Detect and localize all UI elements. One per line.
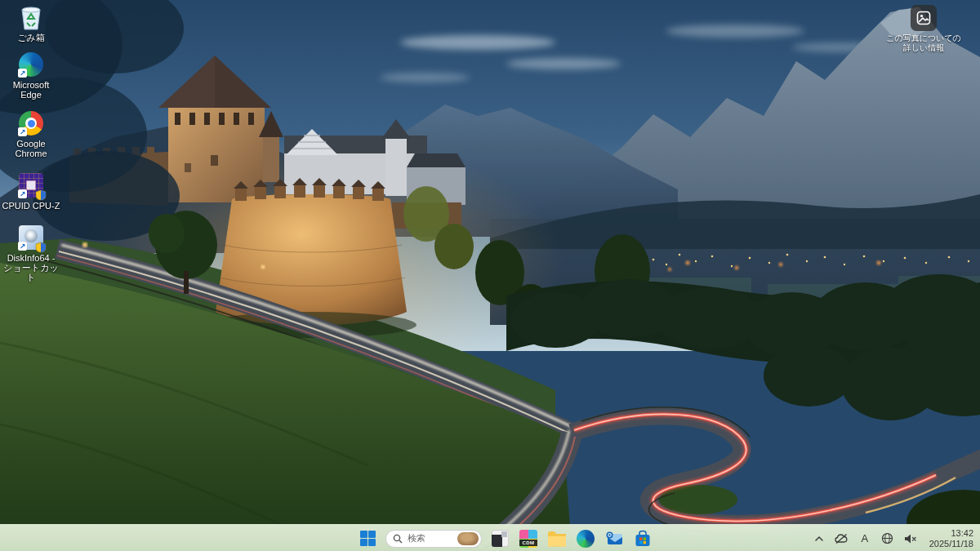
uac-shield-icon — [35, 189, 47, 201]
photo-icon — [916, 11, 931, 25]
start-button[interactable] — [357, 528, 378, 549]
taskbar-app-crystaldiskmark[interactable]: CDM — [518, 528, 539, 549]
taskbar-app-file-explorer[interactable] — [546, 528, 568, 549]
desktop-icon-diskinfo64[interactable]: ↗ DiskInfo64 - ショートカット — [2, 224, 60, 282]
crystaldiskinfo-icon — [492, 530, 509, 547]
photo-info: この写真についての 詳しい情報 — [879, 5, 969, 53]
desktop-icon-column: ごみ箱 ↗ Microsoft Edge ↗ Google Chrome — [2, 3, 60, 294]
shortcut-arrow-icon: ↗ — [18, 69, 27, 78]
wallpaper-image — [0, 0, 980, 551]
cpu-z-icon: ↗ — [17, 171, 45, 199]
desktop-icon-microsoft-edge[interactable]: ↗ Microsoft Edge — [2, 51, 60, 100]
photo-info-button[interactable] — [911, 5, 937, 31]
microsoft-store-icon — [634, 530, 652, 548]
system-tray: A 13:42 2025/11/18 — [812, 525, 973, 551]
tray-chevron-up-icon[interactable] — [812, 531, 826, 546]
taskbar-app-outlook[interactable] — [604, 528, 625, 549]
desktop-icon-recycle-bin[interactable]: ごみ箱 — [2, 3, 60, 42]
ime-mode-indicator[interactable]: A — [858, 531, 872, 546]
search-placeholder: 検索 — [408, 532, 452, 544]
desktop-icon-label: ごみ箱 — [17, 33, 45, 42]
taskbar-clock[interactable]: 13:42 2025/11/18 — [926, 528, 973, 549]
shortcut-arrow-icon: ↗ — [18, 242, 27, 251]
clock-date: 2025/11/18 — [929, 539, 973, 549]
taskbar-app-microsoft-store[interactable] — [632, 528, 653, 549]
shortcut-arrow-icon: ↗ — [18, 189, 27, 198]
desktop-icon-google-chrome[interactable]: ↗ Google Chrome — [2, 109, 60, 158]
diskinfo-icon: ↗ — [17, 224, 45, 251]
taskbar-app-edge[interactable] — [575, 528, 596, 549]
desktop-icon-label: Google Chrome — [2, 139, 60, 158]
desktop-icon-cpuid-cpu-z[interactable]: ↗ CPUID CPU-Z — [2, 171, 60, 211]
chrome-icon: ↗ — [17, 109, 45, 137]
search-icon — [393, 534, 403, 544]
edge-icon — [577, 530, 595, 548]
taskbar-app-crystaldiskinfo[interactable] — [489, 528, 510, 549]
network-globe-icon[interactable] — [880, 531, 895, 546]
outlook-icon — [605, 530, 623, 548]
onedrive-offline-icon[interactable] — [835, 531, 849, 546]
recycle-bin-icon — [17, 3, 45, 31]
taskbar: 検索 CDM — [0, 524, 980, 551]
taskbar-center: 検索 CDM — [357, 525, 653, 551]
edge-icon: ↗ — [17, 51, 45, 78]
shortcut-arrow-icon: ↗ — [18, 127, 27, 136]
search-highlight-image[interactable] — [457, 532, 479, 545]
search-box[interactable]: 検索 — [385, 530, 482, 548]
photo-info-caption-line1: この写真についての — [886, 33, 961, 43]
desktop: ごみ箱 ↗ Microsoft Edge ↗ Google Chrome — [0, 0, 980, 551]
uac-shield-icon — [35, 242, 47, 253]
photo-info-caption-line2: 詳しい情報 — [886, 43, 961, 53]
file-explorer-icon — [547, 531, 567, 547]
volume-muted-icon[interactable] — [903, 531, 918, 546]
windows-logo-icon — [359, 530, 376, 547]
desktop-icon-label: Microsoft Edge — [2, 80, 60, 100]
crystaldiskmark-icon: CDM — [519, 530, 537, 548]
desktop-icon-label: DiskInfo64 - ショートカット — [2, 253, 60, 282]
clock-time: 13:42 — [929, 528, 973, 539]
desktop-icon-label: CPUID CPU-Z — [2, 201, 60, 211]
